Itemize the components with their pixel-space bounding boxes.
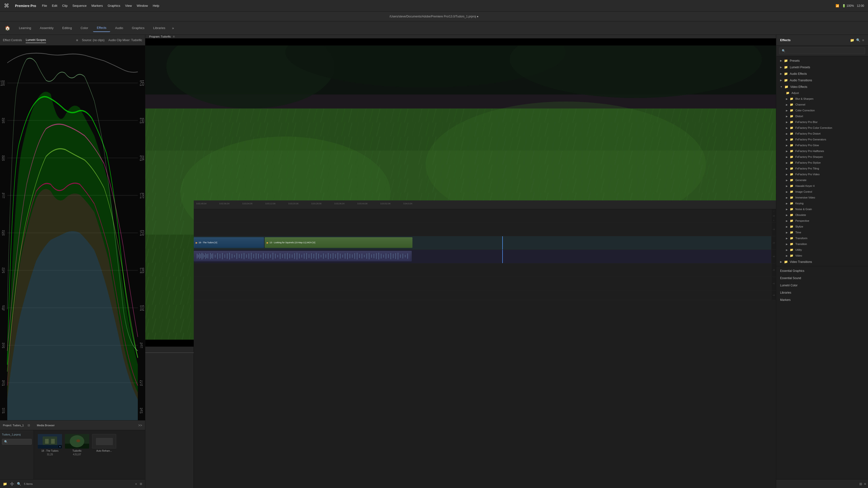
project-expand-icon[interactable]: >> bbox=[138, 423, 142, 427]
project-clip-thumb-0[interactable]: Ai 18 - The Tudors 31;25 bbox=[38, 434, 62, 456]
effect-sub-noise-grain[interactable]: ▶ 📁 Noise & Grain bbox=[776, 206, 868, 212]
markers-item[interactable]: Markers bbox=[776, 296, 868, 303]
effect-sub-fxfactory-stylize[interactable]: ▶ 📁 FxFactory Pro Stylize bbox=[776, 160, 868, 166]
menu-edit[interactable]: Edit bbox=[52, 4, 57, 7]
menu-clip[interactable]: Clip bbox=[62, 4, 68, 7]
effect-sub-adjust[interactable]: 📁 Adjust bbox=[776, 90, 868, 96]
effect-sub-fxfactory-tiling[interactable]: ▶ 📁 FxFactory Pro Tiling bbox=[776, 166, 868, 171]
lumetri-color-item[interactable]: Lumetri Color bbox=[776, 282, 868, 289]
menu-help[interactable]: Help bbox=[153, 4, 159, 7]
project-title-icon[interactable]: ⊟ bbox=[28, 424, 30, 427]
menu-window[interactable]: Window bbox=[136, 4, 148, 7]
clip-name-v1-2: 13 - Looking for Squirrels (15-May-11).M… bbox=[270, 241, 315, 244]
timeline-ruler[interactable]: 3;02;48;04 3;02;56;04 3;03;04;06 3;03;12… bbox=[194, 200, 776, 209]
find-icon[interactable]: 🔍 bbox=[17, 482, 21, 486]
libraries-item[interactable]: Libraries bbox=[776, 289, 868, 296]
effect-category-video-effects[interactable]: ▼ 📁 Video Effects bbox=[776, 84, 868, 90]
tab-assembly[interactable]: Assembly bbox=[36, 24, 57, 32]
more-workspaces-icon[interactable]: » bbox=[172, 26, 174, 30]
effect-sub-perspective[interactable]: ▶ 📁 Perspective bbox=[776, 218, 868, 224]
essential-sound-item[interactable]: Essential Sound bbox=[776, 274, 868, 282]
effects-panel-menu-icon[interactable]: ≡ bbox=[862, 38, 864, 42]
effect-sub-transform[interactable]: ▶ 📁 Transform bbox=[776, 235, 868, 241]
menu-sequence[interactable]: Sequence bbox=[72, 4, 87, 7]
effect-sub-fxfactory-color[interactable]: ▶ 📁 FxFactory Pro Color Correction bbox=[776, 125, 868, 131]
timeline-a2-track[interactable]: -36 bbox=[194, 263, 776, 277]
project-bin-item[interactable]: Auto Refram... bbox=[92, 434, 116, 456]
menu-markers[interactable]: Markers bbox=[92, 4, 103, 7]
new-custom-bin-icon[interactable]: 📁 bbox=[850, 38, 854, 42]
effect-sub-hawaiki-keyer[interactable]: ▶ 📁 Hawaiki Keyer 4 bbox=[776, 183, 868, 189]
effects-list-view-icon[interactable]: ≡ bbox=[864, 482, 866, 486]
tab-libraries[interactable]: Libraries bbox=[149, 24, 169, 32]
height-plus-v3[interactable]: − bbox=[773, 210, 774, 212]
project-clip-thumb-1[interactable]: Tudorific 4;51;07 bbox=[65, 434, 89, 456]
effect-sub-obsolete[interactable]: ▶ 📁 Obsolete bbox=[776, 212, 868, 218]
timeline-clip-v1-1[interactable]: ▶ 18 - The Tudors [V] bbox=[194, 237, 264, 248]
effect-sub-channel[interactable]: ▶ 📁 Channel bbox=[776, 102, 868, 107]
tab-effect-controls[interactable]: Effect Controls bbox=[3, 37, 22, 43]
effect-sub-immersive-video[interactable]: ▶ 📁 Immersive Video bbox=[776, 195, 868, 200]
effect-category-audio-effects[interactable]: ▶ 📁 Audio Effects bbox=[776, 70, 868, 77]
timeline-v1-track[interactable]: ▶ 18 - The Tudors [V] ▶ 13 - Looking for… bbox=[194, 236, 776, 250]
height-minus-v3[interactable]: + bbox=[773, 219, 774, 222]
effect-sub-fxfactory-glow[interactable]: ▶ 📁 FxFactory Pro Glow bbox=[776, 142, 868, 148]
effect-sub-distort[interactable]: ▶ 📁 Distort bbox=[776, 113, 868, 119]
timeline-a3-track[interactable]: -42 bbox=[194, 277, 776, 290]
timeline-clip-v1-2[interactable]: ▶ 13 - Looking for Squirrels (15-May-11)… bbox=[265, 237, 412, 248]
effect-sub-fxfactory-video[interactable]: ▶ 📁 FxFactory Pro Video bbox=[776, 171, 868, 177]
icon-view-icon[interactable]: ⊞ bbox=[140, 482, 142, 486]
timeline-tracks-area[interactable]: 3;02;48;04 3;02;56;04 3;03;04;06 3;03;12… bbox=[194, 200, 776, 488]
menu-graphics[interactable]: Graphics bbox=[107, 4, 120, 7]
new-item-icon[interactable]: ➕ bbox=[10, 482, 14, 486]
menu-file[interactable]: File bbox=[42, 4, 47, 7]
tab-graphics[interactable]: Graphics bbox=[128, 24, 149, 32]
tab-effects[interactable]: Effects bbox=[93, 24, 111, 32]
effect-category-lumetri-presets[interactable]: ▶ 📁 Lumetri Presets bbox=[776, 64, 868, 70]
tab-source[interactable]: Source: (no clips) bbox=[82, 37, 104, 43]
effect-sub-stylize[interactable]: ▶ 📁 Stylize bbox=[776, 224, 868, 229]
effect-sub-utility[interactable]: ▶ 📁 Utility bbox=[776, 247, 868, 253]
timeline-v3-track[interactable]: − -12 + bbox=[194, 209, 776, 223]
tab-color[interactable]: Color bbox=[77, 24, 92, 32]
menu-view[interactable]: View bbox=[125, 4, 132, 7]
tab-editing[interactable]: Editing bbox=[58, 24, 76, 32]
effect-sub-blur-sharpen[interactable]: ▶ 📁 Blur & Sharpen bbox=[776, 96, 868, 102]
timeline-clip-a1[interactable] bbox=[194, 251, 412, 261]
effect-sub-generate[interactable]: ▶ 📁 Generate bbox=[776, 177, 868, 183]
effect-sub-fxfactory-sharpen[interactable]: ▶ 📁 FxFactory Pro Sharpen bbox=[776, 154, 868, 160]
find-effects-icon[interactable]: 🔍 bbox=[856, 38, 860, 42]
timeline-a1-track[interactable]: -30 bbox=[194, 250, 776, 263]
home-icon[interactable]: 🏠 bbox=[5, 25, 10, 31]
program-settings-icon[interactable]: ≡ bbox=[173, 35, 175, 38]
effect-category-presets[interactable]: ▶ 📁 Presets bbox=[776, 57, 868, 64]
effect-sub-fxfactory-halftones[interactable]: ▶ 📁 FxFactory Pro Halftones bbox=[776, 148, 868, 154]
tab-learning[interactable]: Learning bbox=[15, 24, 35, 32]
effect-sub-video[interactable]: ▶ 📁 Video bbox=[776, 253, 868, 259]
effects-list[interactable]: ▶ 📁 Presets ▶ 📁 Lumetri Presets ▶ 📁 Audi… bbox=[776, 56, 868, 479]
effect-sub-transition[interactable]: ▶ 📁 Transition bbox=[776, 241, 868, 247]
lumetri-scopes-menu-icon[interactable]: ≡ bbox=[76, 38, 78, 42]
effect-sub-color-correction[interactable]: ▶ 📁 Color Correction bbox=[776, 107, 868, 113]
tab-audio-clip-mixer[interactable]: Audio Clip Mixer: Tudorific bbox=[108, 37, 142, 43]
list-view-icon[interactable]: ≡ bbox=[135, 482, 137, 485]
timeline-v2-track[interactable]: -18 bbox=[194, 223, 776, 236]
effect-sub-time[interactable]: ▶ 📁 Time bbox=[776, 229, 868, 235]
tab-audio[interactable]: Audio bbox=[111, 24, 127, 32]
svg-rect-109 bbox=[292, 254, 292, 258]
media-browser-tab[interactable]: Media Browser bbox=[37, 424, 55, 427]
effect-sub-image-control[interactable]: ▶ 📁 Image Control bbox=[776, 189, 868, 195]
effect-sub-fxfactory-blur[interactable]: ▶ 📁 FxFactory Pro Blur bbox=[776, 119, 868, 125]
effect-sub-keying[interactable]: ▶ 📁 Keying bbox=[776, 200, 868, 206]
tab-lumetri-scopes[interactable]: Lumetri Scopes bbox=[26, 37, 46, 43]
effects-grid-view-icon[interactable]: ⊞ bbox=[859, 482, 862, 486]
essential-graphics-item[interactable]: Essential Graphics bbox=[776, 267, 868, 274]
project-search[interactable]: 🔍 bbox=[2, 439, 32, 445]
effect-sub-fxfactory-distort[interactable]: ▶ 📁 FxFactory Pro Distort bbox=[776, 131, 868, 136]
effects-search-input[interactable] bbox=[779, 47, 865, 54]
effect-category-audio-transitions[interactable]: ▶ 📁 Audio Transitions bbox=[776, 77, 868, 84]
effect-sub-fxfactory-generators[interactable]: ▶ 📁 FxFactory Pro Generators bbox=[776, 136, 868, 142]
effect-category-video-transitions[interactable]: ▶ 📁 Video Transitions bbox=[776, 259, 868, 265]
timeline-master-track[interactable]: -48 bbox=[194, 290, 776, 300]
new-bin-icon[interactable]: 📁 bbox=[3, 482, 7, 486]
